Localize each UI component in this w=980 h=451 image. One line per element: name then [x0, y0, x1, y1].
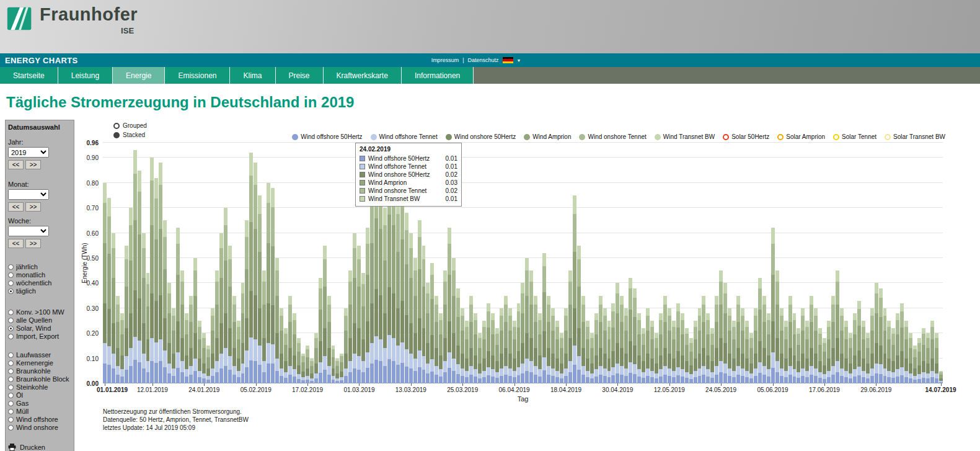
- year-select[interactable]: 2019: [8, 147, 49, 158]
- bar-day-115[interactable]: [594, 143, 598, 383]
- nav-tab-preise[interactable]: Preise: [276, 67, 324, 84]
- bar-day-179[interactable]: [870, 143, 874, 383]
- bar-day-139[interactable]: [698, 143, 702, 383]
- impressum-link[interactable]: Impressum: [431, 57, 459, 63]
- nav-tab-emissionen[interactable]: Emissionen: [165, 67, 230, 84]
- bar-day-55[interactable]: [335, 143, 339, 383]
- bar-day-18[interactable]: [176, 143, 180, 383]
- bar-day-193[interactable]: [930, 143, 934, 383]
- bar-day-135[interactable]: [681, 143, 684, 383]
- bar-day-150[interactable]: [745, 143, 749, 383]
- bar-day-5[interactable]: [120, 143, 124, 383]
- bar-day-87[interactable]: [474, 143, 477, 383]
- source-option-solar-wind[interactable]: Solar, Wind: [8, 324, 71, 332]
- bar-day-190[interactable]: [917, 143, 921, 383]
- bar-day-122[interactable]: [624, 143, 628, 383]
- bar-day-183[interactable]: [887, 143, 891, 383]
- bar-day-110[interactable]: [573, 143, 576, 383]
- bar-day-53[interactable]: [327, 143, 331, 383]
- bar-day-34[interactable]: [245, 143, 249, 383]
- bar-day-93[interactable]: [500, 143, 503, 383]
- fuel-option-laufwasser[interactable]: Laufwasser: [8, 351, 71, 359]
- bar-day-33[interactable]: [241, 143, 245, 383]
- month-prev-button[interactable]: <<: [8, 202, 24, 212]
- bar-day-37[interactable]: [258, 143, 262, 383]
- bar-day-7[interactable]: [129, 143, 133, 383]
- bar-day-8[interactable]: [133, 143, 137, 383]
- bar-day-29[interactable]: [224, 143, 227, 383]
- bar-day-189[interactable]: [913, 143, 917, 383]
- legend-item-wind-transnet-bw[interactable]: Wind Transnet BW: [655, 133, 715, 140]
- fraunhofer-logo[interactable]: Fraunhofer ISE: [6, 5, 138, 35]
- bar-day-45[interactable]: [293, 143, 296, 383]
- bar-day-38[interactable]: [262, 143, 266, 383]
- bar-day-163[interactable]: [801, 143, 805, 383]
- bar-day-51[interactable]: [319, 143, 322, 383]
- month-next-button[interactable]: >>: [25, 202, 41, 212]
- bar-day-85[interactable]: [465, 143, 469, 383]
- bar-day-114[interactable]: [590, 143, 594, 383]
- legend-item-wind-onshore-50hertz[interactable]: Wind onshore 50Hertz: [446, 133, 516, 140]
- fuel-option-wind-offshore[interactable]: Wind offshore: [8, 416, 71, 423]
- bar-day-26[interactable]: [211, 143, 214, 383]
- week-select[interactable]: [8, 226, 49, 236]
- bar-day-180[interactable]: [875, 143, 878, 383]
- bar-day-20[interactable]: [185, 143, 188, 383]
- bar-day-28[interactable]: [219, 143, 223, 383]
- legend-item-solar-tennet[interactable]: Solar Tennet: [833, 133, 876, 140]
- bar-day-126[interactable]: [642, 143, 645, 383]
- legend-item-solar-amprion[interactable]: Solar Amprion: [777, 133, 825, 140]
- bar-day-56[interactable]: [340, 143, 343, 383]
- legend-item-wind-onshore-tennet[interactable]: Wind onshore Tennet: [579, 133, 646, 140]
- bar-day-181[interactable]: [879, 143, 883, 383]
- bar-day-91[interactable]: [491, 143, 495, 383]
- source-option-import-export[interactable]: Import, Export: [8, 333, 71, 340]
- bar-day-90[interactable]: [487, 143, 490, 383]
- bar-day-131[interactable]: [663, 143, 667, 383]
- legend-item-wind-amprion[interactable]: Wind Amprion: [524, 133, 571, 140]
- bar-day-10[interactable]: [142, 143, 146, 383]
- bar-day-42[interactable]: [280, 143, 283, 383]
- bar-day-134[interactable]: [676, 143, 680, 383]
- bar-day-164[interactable]: [805, 143, 809, 383]
- fuel-option-braunkohle-block[interactable]: Braunkohle Block: [8, 375, 71, 383]
- bar-day-12[interactable]: [150, 143, 154, 383]
- bar-day-109[interactable]: [568, 143, 572, 383]
- bar-day-187[interactable]: [904, 143, 908, 383]
- period-option-w-chentlich[interactable]: wöchentlich: [8, 279, 71, 287]
- bar-day-54[interactable]: [332, 143, 335, 383]
- bar-day-101[interactable]: [534, 143, 537, 383]
- datenschutz-link[interactable]: Datenschutz: [467, 57, 498, 63]
- bar-day-116[interactable]: [599, 143, 603, 383]
- bar-day-136[interactable]: [685, 143, 689, 383]
- bar-day-46[interactable]: [297, 143, 301, 383]
- bar-day-11[interactable]: [146, 143, 150, 383]
- bar-day-145[interactable]: [723, 143, 727, 383]
- bar-day-192[interactable]: [926, 143, 930, 383]
- bar-day-129[interactable]: [655, 143, 658, 383]
- bar-day-140[interactable]: [702, 143, 705, 383]
- legend-item-wind-offshore-50hertz[interactable]: Wind offshore 50Hertz: [292, 133, 362, 140]
- bar-day-158[interactable]: [780, 143, 784, 383]
- german-flag-icon[interactable]: [503, 57, 513, 63]
- fuel-option-kernenergie[interactable]: Kernenergie: [8, 359, 71, 367]
- year-next-button[interactable]: >>: [25, 160, 41, 169]
- print-button[interactable]: Drucken: [8, 444, 71, 451]
- bar-day-147[interactable]: [732, 143, 736, 383]
- bar-day-144[interactable]: [719, 143, 723, 383]
- bar-day-17[interactable]: [172, 143, 175, 383]
- bar-day-35[interactable]: [249, 143, 253, 383]
- bar-day-128[interactable]: [650, 143, 654, 383]
- bar-day-159[interactable]: [784, 143, 788, 383]
- bar-day-3[interactable]: [112, 143, 115, 383]
- bar-day-162[interactable]: [797, 143, 800, 383]
- nav-tab-startseite[interactable]: Startseite: [0, 67, 58, 84]
- bar-day-50[interactable]: [314, 143, 318, 383]
- bar-day-146[interactable]: [728, 143, 731, 383]
- bar-day-178[interactable]: [866, 143, 870, 383]
- bar-day-127[interactable]: [646, 143, 650, 383]
- bar-day-120[interactable]: [616, 143, 619, 383]
- bar-day-156[interactable]: [771, 143, 775, 383]
- bar-day-142[interactable]: [710, 143, 714, 383]
- period-option-monatlich[interactable]: monatlich: [8, 271, 71, 279]
